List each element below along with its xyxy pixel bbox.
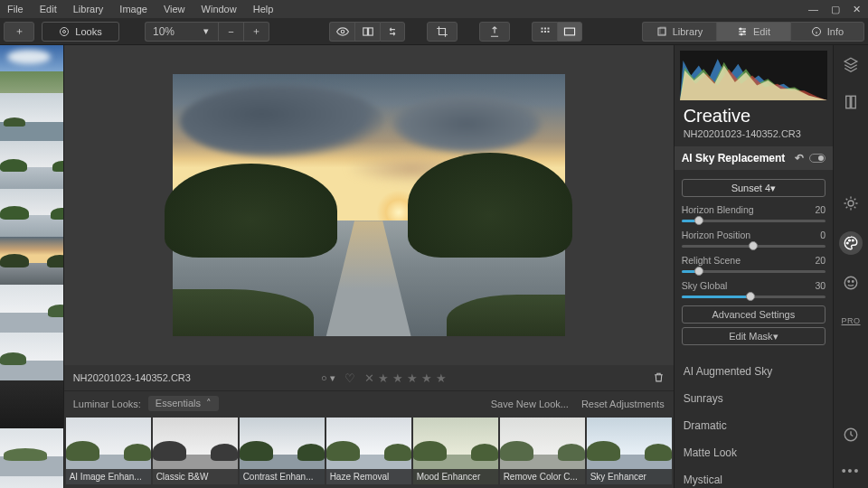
slider-sky-global[interactable]: Sky Global30 [682, 280, 826, 298]
plus-icon: ＋ [14, 24, 24, 38]
tool-item[interactable]: AI Augmented Sky [675, 358, 833, 385]
more-icon[interactable]: ••• [841, 461, 861, 481]
thumb[interactable] [0, 189, 64, 237]
star-3[interactable]: ★ [407, 371, 418, 385]
reset-adjustments-button[interactable]: Reset Adjustments [581, 399, 665, 409]
menu-window[interactable]: Window [202, 4, 237, 14]
svg-rect-22 [846, 96, 851, 108]
svg-point-26 [849, 239, 851, 241]
look-item[interactable]: Classic B&W [153, 418, 238, 484]
zoom-value[interactable]: 10% [145, 22, 193, 42]
menu-edit[interactable]: Edit [40, 4, 57, 14]
menu-help[interactable]: Help [253, 4, 274, 14]
tool-item[interactable]: Sunrays [675, 385, 833, 412]
pro-icon[interactable]: PRO [841, 311, 861, 331]
svg-point-14 [740, 28, 741, 30]
add-button[interactable]: ＋ [4, 22, 34, 42]
tool-item[interactable]: Matte Look [675, 439, 833, 466]
tool-list: AI Augmented Sky Sunrays Dramatic Matte … [675, 354, 833, 488]
creative-icon[interactable] [839, 231, 863, 255]
zoom-out-button[interactable]: − [219, 22, 244, 42]
look-item[interactable]: Haze Removal [326, 418, 411, 484]
filmstrip[interactable] [0, 45, 64, 488]
grid-icon [540, 26, 551, 37]
zoom-in-button[interactable]: ＋ [244, 22, 269, 42]
looks-category-dropdown[interactable]: Essentials ˄ [148, 396, 219, 411]
svg-point-15 [743, 31, 745, 33]
crop-icon [436, 25, 448, 38]
svg-rect-11 [564, 28, 574, 35]
window-close-icon[interactable]: ✕ [853, 4, 861, 15]
look-item[interactable]: Contrast Enhan... [240, 418, 325, 484]
thumb-selected[interactable] [0, 237, 64, 285]
portrait-icon[interactable] [841, 273, 861, 293]
favorite-button[interactable]: ♡ [344, 371, 355, 385]
svg-point-2 [341, 30, 344, 33]
star-1[interactable]: ★ [378, 371, 389, 385]
star-2[interactable]: ★ [392, 371, 403, 385]
thumb[interactable] [0, 45, 64, 93]
svg-rect-6 [544, 27, 546, 29]
menu-view[interactable]: View [164, 4, 185, 14]
svg-point-1 [63, 30, 66, 33]
mode-info[interactable]: Info [790, 22, 864, 42]
thumb[interactable] [0, 428, 64, 476]
window-maximize-icon[interactable]: ▢ [831, 4, 840, 15]
star-5[interactable]: ★ [436, 371, 447, 385]
canvas-icon[interactable] [841, 92, 861, 112]
menu-library[interactable]: Library [73, 4, 104, 14]
layers-icon[interactable] [841, 54, 861, 74]
sky-preset-dropdown[interactable]: Sunset 4 ▾ [682, 179, 826, 197]
tool-header[interactable]: AI Sky Replacement ↶ [675, 146, 833, 170]
mode-edit[interactable]: Edit [716, 22, 790, 42]
grid-view-button[interactable] [532, 22, 557, 42]
looks-button[interactable]: Looks [42, 22, 119, 42]
zoom-dropdown-icon[interactable]: ▾ [193, 22, 219, 42]
star-4[interactable]: ★ [421, 371, 432, 385]
before-after-button[interactable] [380, 22, 405, 42]
edit-panel: Creative NH20201023-140352.CR3 AI Sky Re… [674, 45, 833, 488]
single-view-button[interactable] [557, 22, 582, 42]
window-minimize-icon[interactable]: — [808, 4, 818, 15]
edit-mask-button[interactable]: Edit Mask ▾ [682, 327, 826, 345]
history-icon[interactable] [841, 425, 861, 445]
essentials-icon[interactable] [841, 193, 861, 213]
slider-horizon-position[interactable]: Horizon Position0 [682, 230, 826, 248]
look-item[interactable]: Remove Color C... [500, 418, 585, 484]
look-item[interactable]: Mood Enhancer [413, 418, 498, 484]
looks-strip[interactable]: AI Image Enhan... Classic B&W Contrast E… [64, 416, 674, 488]
preview-image [173, 74, 565, 336]
advanced-settings-button[interactable]: Advanced Settings [682, 305, 826, 324]
canvas[interactable] [64, 45, 674, 365]
export-button[interactable] [479, 22, 510, 42]
looks-title: Luminar Looks: [73, 399, 141, 409]
thumb[interactable] [0, 333, 64, 380]
thumb[interactable] [0, 285, 64, 333]
info-bar: NH20201023-140352.CR3 ○ ▾ ♡ ✕ ★ ★ ★ ★ ★ [64, 365, 674, 390]
preview-eye-button[interactable] [329, 22, 354, 42]
svg-point-27 [852, 239, 854, 241]
look-item[interactable]: Sky Enhancer [587, 418, 672, 484]
compare-button[interactable] [354, 22, 380, 42]
tool-item[interactable]: Dramatic [675, 412, 833, 439]
export-icon [488, 25, 501, 38]
save-look-button[interactable]: Save New Look... [491, 399, 569, 409]
delete-button[interactable] [653, 371, 665, 385]
thumb[interactable] [0, 141, 64, 189]
histogram[interactable] [680, 51, 827, 100]
menu-file[interactable]: File [7, 4, 24, 14]
clear-rating-button[interactable]: ✕ [364, 371, 374, 385]
thumb[interactable] [0, 93, 64, 141]
mode-library[interactable]: Library [642, 22, 716, 42]
look-item[interactable]: AI Image Enhan... [66, 418, 151, 484]
slider-horizon-blending[interactable]: Horizon Blending20 [682, 204, 826, 222]
thumb[interactable] [0, 380, 64, 428]
menu-image[interactable]: Image [119, 4, 147, 14]
thumb[interactable] [0, 476, 64, 488]
slider-relight-scene[interactable]: Relight Scene20 [682, 255, 826, 273]
crop-button[interactable] [427, 22, 458, 42]
tool-item[interactable]: Mystical [675, 466, 833, 488]
reset-tool-icon[interactable]: ↶ [795, 152, 804, 164]
tool-toggle[interactable] [809, 154, 826, 163]
color-tag-button[interactable]: ○ ▾ [321, 372, 335, 384]
